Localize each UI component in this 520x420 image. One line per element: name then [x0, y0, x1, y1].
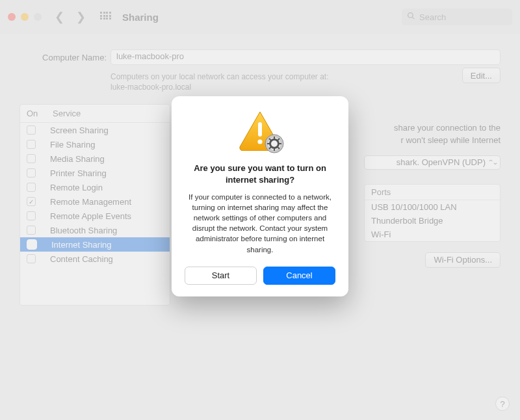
- dialog-body: If your computer is connected to a netwo…: [185, 192, 335, 255]
- svg-rect-2: [258, 122, 262, 137]
- svg-point-3: [257, 139, 262, 144]
- dialog-heading: Are you sure you want to turn on interne…: [185, 163, 335, 185]
- confirm-dialog: Are you sure you want to turn on interne…: [172, 96, 348, 296]
- warning-icon: [237, 111, 283, 151]
- start-button[interactable]: Start: [185, 267, 257, 285]
- cancel-button[interactable]: Cancel: [263, 267, 335, 285]
